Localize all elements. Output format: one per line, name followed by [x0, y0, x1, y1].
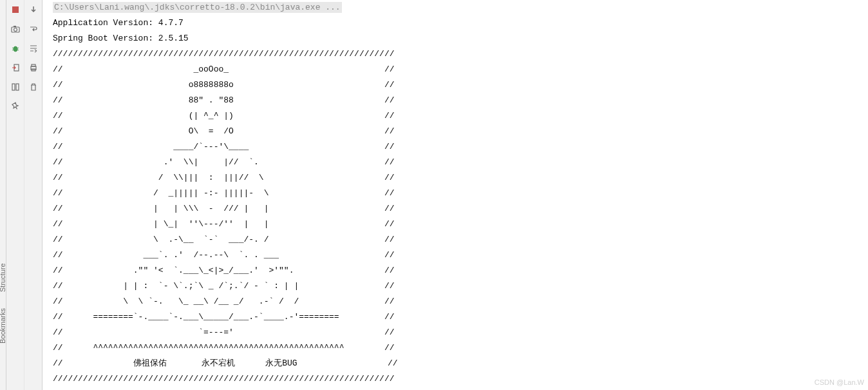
svg-point-2: [14, 28, 17, 32]
command-line: C:\Users\Lani.wang\.jdks\corretto-18.0.2…: [53, 2, 342, 13]
svg-rect-13: [32, 64, 35, 66]
trash-icon: [29, 83, 38, 92]
wrap-icon: [29, 44, 38, 53]
svg-rect-0: [12, 6, 19, 13]
down-arrow-icon: [29, 5, 38, 14]
console-output-panel[interactable]: C:\Users\Lani.wang\.jdks\corretto-18.0.2…: [42, 0, 868, 390]
print-icon: [29, 63, 38, 72]
bug-icon: [11, 44, 20, 53]
svg-rect-10: [12, 84, 15, 90]
dump-threads-button[interactable]: [8, 22, 23, 36]
stop-button[interactable]: [8, 3, 23, 17]
console-toolbar-right: [24, 0, 42, 390]
stop-icon: [11, 5, 20, 14]
wrap-button[interactable]: [26, 41, 41, 55]
console-text: C:\Users\Lani.wang\.jdks\corretto-18.0.2…: [53, 0, 860, 390]
print-button[interactable]: [26, 61, 41, 75]
left-edge-sidebar: Structure Bookmarks: [0, 0, 6, 390]
scroll-end-button[interactable]: [26, 3, 41, 17]
pin-icon: [11, 102, 20, 111]
console-toolbar-left: [6, 0, 24, 390]
bookmarks-tab-label[interactable]: Bookmarks: [0, 308, 6, 344]
exit-button[interactable]: [8, 61, 23, 75]
svg-rect-3: [14, 26, 16, 27]
layout-icon: [11, 83, 20, 92]
svg-rect-11: [16, 84, 19, 90]
camera-icon: [11, 24, 20, 34]
spring-version-line: Spring Boot Version: 2.5.15: [53, 34, 189, 43]
svg-point-4: [14, 46, 17, 52]
layout-button[interactable]: [8, 80, 23, 94]
soft-wrap-button[interactable]: [26, 22, 41, 36]
pin-button[interactable]: [8, 99, 23, 113]
ascii-art-block: ////////////////////////////////////////…: [53, 49, 398, 384]
app-version-line: Application Version: 4.7.7: [53, 18, 184, 28]
soft-wrap-icon: [29, 24, 38, 34]
attach-debugger-button[interactable]: [8, 41, 23, 55]
clear-button[interactable]: [26, 80, 41, 94]
exit-icon: [11, 63, 20, 72]
structure-tab-label[interactable]: Structure: [0, 263, 6, 292]
watermark-text: CSDN @Lan.W: [815, 378, 864, 386]
